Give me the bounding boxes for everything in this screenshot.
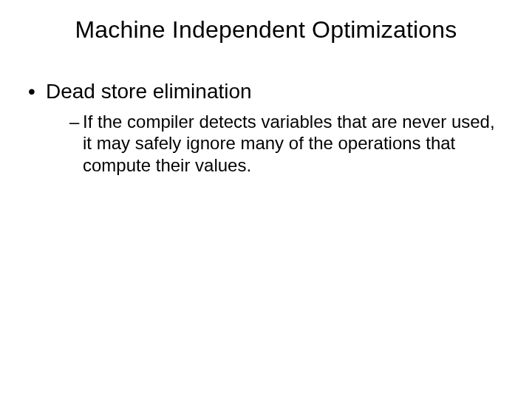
dash-marker: – xyxy=(69,111,83,132)
subbullet-text: If the compiler detects variables that a… xyxy=(83,111,497,176)
bullet-level-1: • Dead store elimination xyxy=(28,80,504,103)
bullet-text: Dead store elimination xyxy=(46,80,252,103)
bullet-marker: • xyxy=(28,80,46,103)
slide-container: Machine Independent Optimizations • Dead… xyxy=(0,0,532,399)
slide-body: • Dead store elimination – If the compil… xyxy=(28,80,504,176)
slide-title: Machine Independent Optimizations xyxy=(0,16,532,44)
bullet-level-2: – If the compiler detects variables that… xyxy=(69,111,504,176)
